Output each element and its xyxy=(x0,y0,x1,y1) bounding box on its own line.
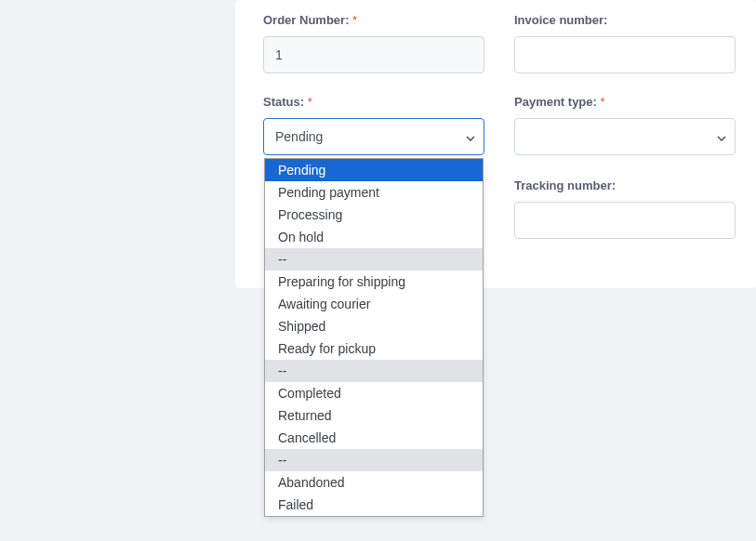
dropdown-item[interactable]: Preparing for shipping xyxy=(265,270,483,293)
dropdown-item[interactable]: Ready for pickup xyxy=(265,337,483,360)
dropdown-item[interactable]: Completed xyxy=(265,382,483,404)
required-star: * xyxy=(601,95,605,109)
required-star: * xyxy=(352,13,357,27)
status-label: Status: * xyxy=(263,95,484,109)
dropdown-item[interactable]: Awaiting courier xyxy=(265,293,483,315)
status-select[interactable]: Pending xyxy=(263,118,484,155)
dropdown-item[interactable]: Pending payment xyxy=(265,181,483,204)
payment-type-label: Payment type: * xyxy=(514,95,736,109)
dropdown-separator: -- xyxy=(265,449,483,471)
dropdown-item[interactable]: Abandoned xyxy=(265,471,483,494)
label-text: Tracking number: xyxy=(514,178,616,192)
required-star: * xyxy=(308,95,312,109)
dropdown-item[interactable]: Processing xyxy=(265,204,483,226)
tracking-number-group: Tracking number: xyxy=(514,178,736,239)
tracking-number-input[interactable] xyxy=(514,202,736,239)
dropdown-item[interactable]: Returned xyxy=(265,404,483,427)
invoice-number-group: Invoice number: xyxy=(514,13,736,73)
label-text: Invoice number: xyxy=(514,13,607,27)
dropdown-item[interactable]: On hold xyxy=(265,226,483,248)
dropdown-separator: -- xyxy=(265,248,483,270)
status-select-wrapper: Pending xyxy=(263,118,484,155)
dropdown-item[interactable]: Pending xyxy=(265,159,483,181)
invoice-number-input[interactable] xyxy=(514,36,736,73)
invoice-number-label: Invoice number: xyxy=(514,13,736,27)
order-number-input[interactable] xyxy=(263,36,484,73)
dropdown-item[interactable]: Cancelled xyxy=(265,427,483,449)
status-dropdown[interactable]: PendingPending paymentProcessingOn hold-… xyxy=(264,158,484,517)
payment-type-select[interactable] xyxy=(514,118,736,155)
label-text: Payment type: xyxy=(514,95,597,109)
status-select-value: Pending xyxy=(275,129,323,144)
dropdown-item[interactable]: Shipped xyxy=(265,315,483,337)
label-text: Status: xyxy=(263,95,304,109)
tracking-number-label: Tracking number: xyxy=(514,178,736,192)
payment-type-select-wrapper xyxy=(514,118,736,155)
dropdown-item[interactable]: Failed xyxy=(265,494,483,516)
order-number-group: Order Number: * xyxy=(263,13,484,73)
label-text: Order Number: xyxy=(263,13,349,27)
status-group: Status: * Pending xyxy=(263,95,484,155)
order-number-label: Order Number: * xyxy=(263,13,484,27)
dropdown-separator: -- xyxy=(265,360,483,382)
payment-type-group: Payment type: * xyxy=(514,95,736,155)
